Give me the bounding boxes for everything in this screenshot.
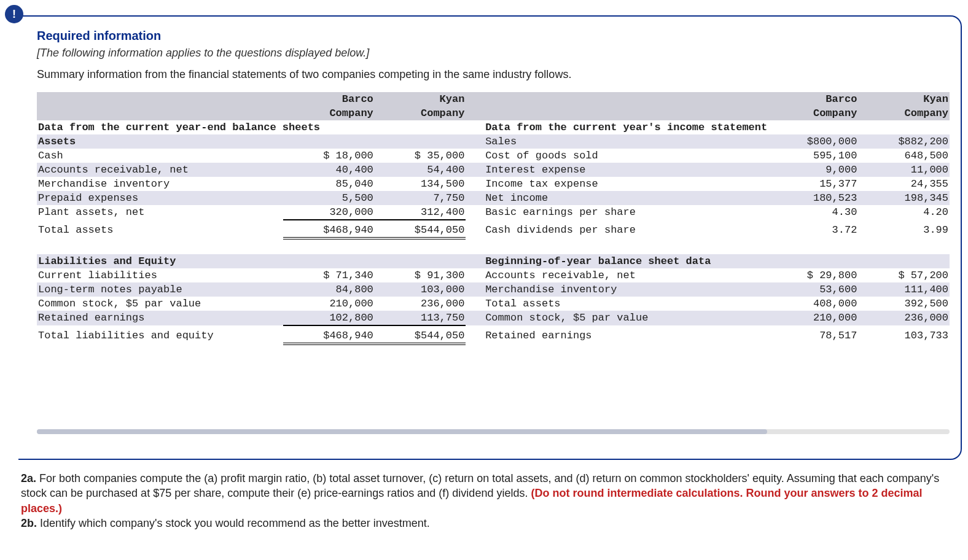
horizontal-scrollbar[interactable] bbox=[37, 429, 950, 434]
row-boy-ta: Total assets bbox=[484, 297, 758, 311]
curliab-barco: $ 71,340 bbox=[283, 268, 375, 282]
interest-barco: 9,000 bbox=[758, 163, 858, 177]
row-cash: Cash bbox=[37, 149, 283, 163]
row-tax: Income tax expense bbox=[484, 177, 758, 191]
boy-heading: Beginning-of-year balance sheet data bbox=[484, 254, 758, 268]
right-section-title: Data from the current year's income stat… bbox=[484, 120, 950, 134]
cash-barco: $ 18,000 bbox=[283, 149, 375, 163]
boy-re-kyan: 103,733 bbox=[858, 325, 950, 344]
row-re: Retained earnings bbox=[37, 311, 283, 325]
ni-kyan: 198,345 bbox=[858, 191, 950, 205]
boy-cs-barco: 210,000 bbox=[758, 311, 858, 325]
re-barco: 102,800 bbox=[283, 311, 375, 325]
ar-barco: 40,400 bbox=[283, 163, 375, 177]
col-barco-2: Barco bbox=[758, 92, 858, 106]
col-company-3: Company bbox=[758, 106, 858, 120]
row-total-assets: Total assets bbox=[37, 220, 283, 238]
plant-barco: 320,000 bbox=[283, 205, 375, 220]
row-prepaid: Prepaid expenses bbox=[37, 191, 283, 205]
le-heading: Liabilities and Equity bbox=[37, 254, 283, 268]
total-le-kyan: $544,050 bbox=[375, 325, 466, 344]
row-boy-re: Retained earnings bbox=[484, 325, 758, 344]
row-cashdiv: Cash dividends per share bbox=[484, 220, 758, 238]
question-block: 2a. For both companies compute the (a) p… bbox=[21, 471, 947, 531]
ltnotes-kyan: 103,000 bbox=[375, 282, 466, 297]
row-interest: Interest expense bbox=[484, 163, 758, 177]
row-total-le: Total liabilities and equity bbox=[37, 325, 283, 344]
row-cs: Common stock, $5 par value bbox=[37, 297, 283, 311]
required-heading: Required information bbox=[37, 29, 950, 43]
row-boy-ar: Accounts receivable, net bbox=[484, 268, 758, 282]
ni-barco: 180,523 bbox=[758, 191, 858, 205]
curliab-kyan: $ 91,300 bbox=[375, 268, 466, 282]
row-plant: Plant assets, net bbox=[37, 205, 283, 220]
q2a-label: 2a. bbox=[21, 472, 36, 484]
scroll-thumb[interactable] bbox=[37, 429, 767, 434]
col-kyan-1: Kyan bbox=[375, 92, 466, 106]
total-assets-kyan: $544,050 bbox=[375, 220, 466, 238]
assets-heading: Assets bbox=[37, 134, 283, 149]
left-section-title: Data from the current year-end balance s… bbox=[37, 120, 466, 134]
boy-inv-barco: 53,600 bbox=[758, 282, 858, 297]
total-assets-barco: $468,940 bbox=[283, 220, 375, 238]
q2b-label: 2b. bbox=[21, 517, 37, 529]
boy-inv-kyan: 111,400 bbox=[858, 282, 950, 297]
applies-note: [The following information applies to th… bbox=[37, 47, 950, 60]
row-sales: Sales bbox=[484, 134, 758, 149]
financial-table: Barco Kyan Barco Kyan Company Company Co… bbox=[37, 92, 950, 345]
row-ltnotes: Long-term notes payable bbox=[37, 282, 283, 297]
q2b-text: Identify which company's stock you would… bbox=[37, 517, 430, 529]
inv-barco: 85,040 bbox=[283, 177, 375, 191]
inv-kyan: 134,500 bbox=[375, 177, 466, 191]
row-boy-cs: Common stock, $5 par value bbox=[484, 311, 758, 325]
tax-barco: 15,377 bbox=[758, 177, 858, 191]
eps-kyan: 4.20 bbox=[858, 205, 950, 220]
row-curliab: Current liabilities bbox=[37, 268, 283, 282]
cs-kyan: 236,000 bbox=[375, 297, 466, 311]
ar-kyan: 54,400 bbox=[375, 163, 466, 177]
interest-kyan: 11,000 bbox=[858, 163, 950, 177]
col-company-1: Company bbox=[283, 106, 375, 120]
cash-kyan: $ 35,000 bbox=[375, 149, 466, 163]
row-inv: Merchandise inventory bbox=[37, 177, 283, 191]
col-kyan-2: Kyan bbox=[858, 92, 950, 106]
alert-icon: ! bbox=[5, 5, 23, 23]
row-eps: Basic earnings per share bbox=[484, 205, 758, 220]
cashdiv-barco: 3.72 bbox=[758, 220, 858, 238]
row-boy-inv: Merchandise inventory bbox=[484, 282, 758, 297]
prepaid-kyan: 7,750 bbox=[375, 191, 466, 205]
boy-re-barco: 78,517 bbox=[758, 325, 858, 344]
eps-barco: 4.30 bbox=[758, 205, 858, 220]
boy-ta-kyan: 392,500 bbox=[858, 297, 950, 311]
summary-text: Summary information from the financial s… bbox=[37, 68, 950, 81]
boy-cs-kyan: 236,000 bbox=[858, 311, 950, 325]
info-frame: Required information [The following info… bbox=[18, 15, 962, 460]
row-cogs: Cost of goods sold bbox=[484, 149, 758, 163]
col-barco-1: Barco bbox=[283, 92, 375, 106]
plant-kyan: 312,400 bbox=[375, 205, 466, 220]
boy-ar-barco: $ 29,800 bbox=[758, 268, 858, 282]
row-ar: Accounts receivable, net bbox=[37, 163, 283, 177]
col-company-2: Company bbox=[375, 106, 466, 120]
cashdiv-kyan: 3.99 bbox=[858, 220, 950, 238]
re-kyan: 113,750 bbox=[375, 311, 466, 325]
sales-barco: $800,000 bbox=[758, 134, 858, 149]
cs-barco: 210,000 bbox=[283, 297, 375, 311]
col-company-4: Company bbox=[858, 106, 950, 120]
cogs-kyan: 648,500 bbox=[858, 149, 950, 163]
cogs-barco: 595,100 bbox=[758, 149, 858, 163]
ltnotes-barco: 84,800 bbox=[283, 282, 375, 297]
prepaid-barco: 5,500 bbox=[283, 191, 375, 205]
total-le-barco: $468,940 bbox=[283, 325, 375, 344]
tax-kyan: 24,355 bbox=[858, 177, 950, 191]
row-netincome: Net income bbox=[484, 191, 758, 205]
sales-kyan: $882,200 bbox=[858, 134, 950, 149]
boy-ar-kyan: $ 57,200 bbox=[858, 268, 950, 282]
boy-ta-barco: 408,000 bbox=[758, 297, 858, 311]
